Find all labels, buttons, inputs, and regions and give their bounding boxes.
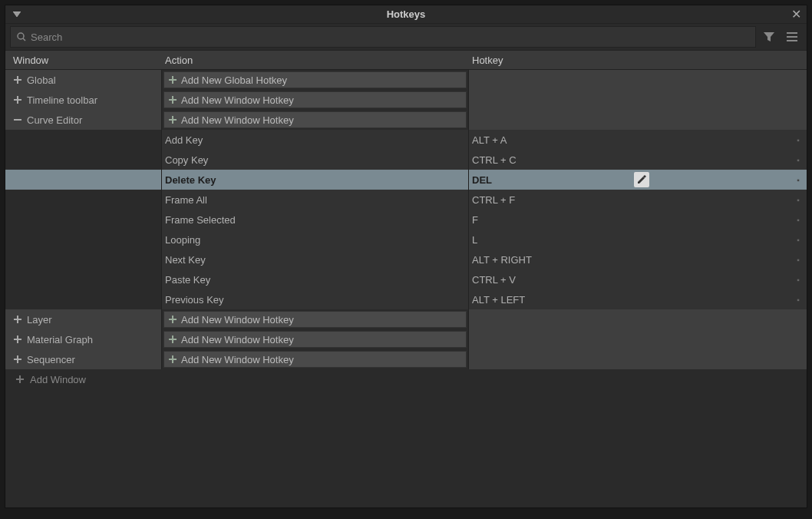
menu-button[interactable] [782, 27, 802, 47]
group-window-cell[interactable]: Global [5, 70, 162, 90]
action-label: Looping [165, 234, 200, 246]
group-row[interactable]: SequencerAdd New Window Hotkey [5, 349, 807, 369]
add-hotkey-button[interactable]: Add New Window Hotkey [163, 311, 467, 328]
titlebar: Hotkeys ✕ [5, 5, 807, 24]
group-window-cell[interactable]: Sequencer [5, 349, 162, 369]
body: GlobalAdd New Global HotkeyTimeline tool… [5, 70, 807, 507]
header-window[interactable]: Window [5, 55, 162, 66]
action-label: Next Key [165, 254, 206, 266]
hotkey-label: F [472, 214, 478, 226]
group-action-cell: Add New Global Hotkey [162, 70, 469, 90]
edit-hotkey-button[interactable] [634, 172, 649, 187]
svg-rect-12 [169, 99, 177, 101]
expand-icon[interactable] [13, 355, 22, 364]
search-box[interactable] [10, 26, 756, 48]
action-cell[interactable]: Paste Key [162, 269, 469, 289]
hotkey-row[interactable]: Copy KeyCTRL + C▪ [5, 150, 807, 170]
hotkey-cell[interactable]: CTRL + C▪ [469, 150, 807, 170]
svg-rect-18 [14, 319, 21, 320]
group-name: Sequencer [27, 354, 75, 365]
add-hotkey-label: Add New Window Hotkey [181, 314, 294, 326]
action-cell[interactable]: Previous Key [162, 289, 469, 309]
svg-rect-28 [169, 359, 177, 360]
action-cell[interactable]: Frame All [162, 190, 469, 210]
expand-icon[interactable] [13, 335, 22, 344]
header-action[interactable]: Action [162, 55, 469, 66]
action-cell[interactable]: Add Key [162, 130, 469, 150]
hotkey-cell[interactable]: ALT + LEFT▪ [469, 289, 807, 309]
hotkey-cell[interactable]: ALT + RIGHT▪ [469, 250, 807, 269]
drag-handle-icon[interactable]: ▪ [794, 216, 802, 224]
drag-handle-icon[interactable]: ▪ [794, 156, 802, 164]
group-row[interactable]: Timeline toolbarAdd New Window Hotkey [5, 90, 807, 110]
action-label: Delete Key [165, 174, 216, 186]
hotkey-cell[interactable]: F▪ [469, 210, 807, 230]
hotkey-cell[interactable]: ALT + A▪ [469, 130, 807, 150]
add-hotkey-button[interactable]: Add New Window Hotkey [163, 331, 467, 348]
child-window-cell [5, 170, 162, 190]
action-label: Copy Key [165, 154, 208, 166]
hotkey-row[interactable]: Next KeyALT + RIGHT▪ [5, 250, 807, 269]
svg-rect-13 [14, 119, 21, 121]
action-cell[interactable]: Looping [162, 230, 469, 250]
add-window-button[interactable]: Add Window [5, 369, 807, 389]
group-window-cell[interactable]: Layer [5, 309, 162, 329]
hotkey-row[interactable]: LoopingL▪ [5, 230, 807, 250]
hotkey-row[interactable]: Frame SelectedF▪ [5, 210, 807, 230]
window-menu-icon[interactable] [10, 12, 24, 18]
add-hotkey-button[interactable]: Add New Window Hotkey [163, 351, 467, 368]
add-hotkey-label: Add New Window Hotkey [181, 94, 294, 106]
expand-icon[interactable] [13, 75, 22, 84]
child-window-cell [5, 289, 162, 309]
hotkey-row[interactable]: Previous KeyALT + LEFT▪ [5, 289, 807, 309]
group-window-cell[interactable]: Curve Editor [5, 110, 162, 130]
hotkey-label: CTRL + V [472, 274, 516, 286]
group-window-cell[interactable]: Material Graph [5, 329, 162, 349]
filter-button[interactable] [759, 27, 779, 47]
expand-icon[interactable] [13, 95, 22, 104]
drag-handle-icon[interactable]: ▪ [794, 296, 802, 304]
group-row[interactable]: Material GraphAdd New Window Hotkey [5, 329, 807, 349]
add-hotkey-button[interactable]: Add New Global Hotkey [163, 71, 467, 88]
action-cell[interactable]: Delete Key [162, 170, 469, 190]
add-hotkey-button[interactable]: Add New Window Hotkey [163, 111, 467, 128]
hotkey-cell[interactable]: CTRL + F▪ [469, 190, 807, 210]
search-input[interactable] [31, 31, 749, 43]
group-action-cell: Add New Window Hotkey [162, 329, 469, 349]
hotkey-cell[interactable]: CTRL + V▪ [469, 269, 807, 289]
hotkey-row[interactable]: Paste KeyCTRL + V▪ [5, 269, 807, 289]
drag-handle-icon[interactable]: ▪ [794, 256, 802, 264]
collapse-icon[interactable] [13, 115, 22, 124]
hotkey-row[interactable]: Delete KeyDEL▪ [5, 170, 807, 190]
hotkey-cell[interactable]: L▪ [469, 230, 807, 250]
group-row[interactable]: GlobalAdd New Global Hotkey [5, 70, 807, 90]
svg-rect-6 [14, 79, 21, 81]
drag-handle-icon[interactable]: ▪ [794, 196, 802, 204]
group-row[interactable]: Curve EditorAdd New Window Hotkey [5, 110, 807, 130]
group-name: Material Graph [27, 334, 93, 345]
drag-handle-icon[interactable]: ▪ [794, 236, 802, 244]
expand-icon[interactable] [13, 315, 22, 324]
svg-rect-30 [16, 379, 24, 380]
group-row[interactable]: LayerAdd New Window Hotkey [5, 309, 807, 329]
drag-handle-icon[interactable]: ▪ [794, 276, 802, 284]
action-cell[interactable]: Copy Key [162, 150, 469, 170]
hamburger-icon [786, 31, 798, 42]
hotkey-label: CTRL + F [472, 194, 515, 206]
search-row [5, 24, 807, 50]
close-button[interactable]: ✕ [785, 5, 807, 24]
group-action-cell: Add New Window Hotkey [162, 349, 469, 369]
hotkey-cell[interactable]: DEL▪ [469, 170, 807, 190]
svg-rect-8 [169, 79, 177, 81]
add-hotkey-button[interactable]: Add New Window Hotkey [163, 91, 467, 108]
header-hotkey[interactable]: Hotkey [469, 55, 807, 66]
hotkey-row[interactable]: Add KeyALT + A▪ [5, 130, 807, 150]
hotkey-row[interactable]: Frame AllCTRL + F▪ [5, 190, 807, 210]
add-hotkey-label: Add New Window Hotkey [181, 334, 294, 345]
drag-handle-icon[interactable]: ▪ [794, 176, 802, 184]
group-window-cell[interactable]: Timeline toolbar [5, 90, 162, 110]
action-cell[interactable]: Frame Selected [162, 210, 469, 230]
filter-icon [763, 31, 775, 42]
action-cell[interactable]: Next Key [162, 250, 469, 269]
drag-handle-icon[interactable]: ▪ [794, 136, 802, 144]
